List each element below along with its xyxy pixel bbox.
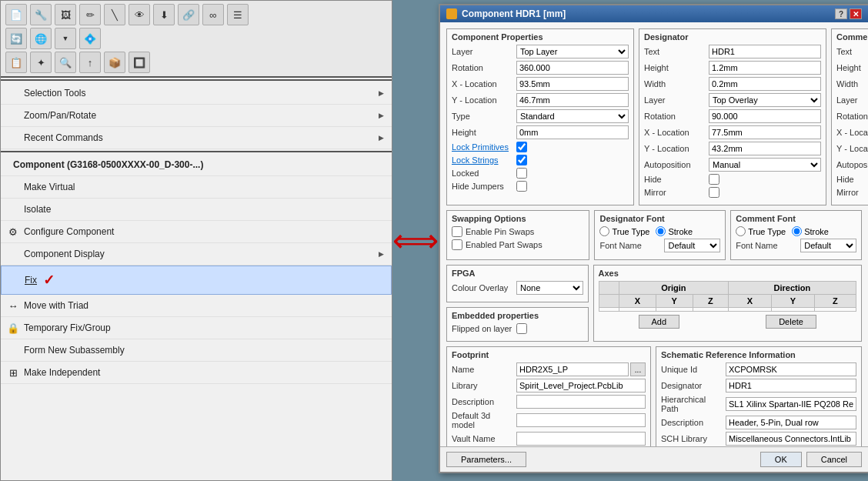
desig-fontname-select[interactable]: Default [664, 239, 720, 252]
fp-library-field: Library [452, 379, 646, 392]
lock-prims-check[interactable] [516, 142, 527, 152]
new-btn[interactable]: 📄 [5, 4, 27, 25]
lock-prims-label[interactable]: Lock Primitives [452, 142, 513, 152]
fp-name-input[interactable] [516, 362, 629, 376]
ok-btn[interactable]: OK [760, 452, 802, 467]
menu-item-configure[interactable]: ⚙ Configure Component [1, 221, 392, 243]
tool-btn-5[interactable]: ╲ [104, 4, 125, 25]
cancel-btn[interactable]: Cancel [806, 452, 862, 467]
hide-jumpers-check[interactable] [516, 181, 527, 192]
desig-mirror-check[interactable] [709, 187, 719, 198]
desig-yloc-input[interactable] [709, 142, 821, 155]
sch-desc-input[interactable] [726, 416, 856, 429]
enable-pin-swaps-check[interactable] [452, 226, 462, 237]
tool-btn-18[interactable]: 📦 [104, 52, 125, 73]
comment-stroke-radio-label[interactable]: Stroke [792, 226, 829, 236]
fp-desc-input[interactable] [516, 395, 646, 409]
tool-btn-16[interactable]: 🔍 [55, 52, 76, 73]
parameters-btn[interactable]: Parameters... [446, 452, 526, 467]
help-button[interactable]: ? [835, 8, 847, 19]
tool-btn-7[interactable]: ⬇ [153, 4, 175, 25]
menu-item-zoom[interactable]: Zoom/Pan/Rotate [1, 105, 392, 127]
desig-autopos-select[interactable]: Manual [709, 158, 821, 172]
locked-check[interactable] [516, 168, 527, 179]
desig-xloc-input[interactable] [709, 125, 821, 139]
tool-btn-11[interactable]: 🔄 [5, 28, 27, 49]
menu-item-temp-fix[interactable]: 🔒 Temporary Fix/Group [1, 317, 392, 339]
comment-truetype-radio[interactable] [736, 226, 746, 236]
comment-fontname-select[interactable]: Default [800, 239, 856, 252]
tool-btn-14[interactable]: 📋 [5, 52, 27, 73]
tool-btn-3[interactable]: 🖼 [55, 4, 76, 25]
comment-truetype-radio-label[interactable]: True Type [736, 226, 786, 236]
axes-cell-3 [693, 308, 728, 312]
fix-checkmark: ✓ [43, 272, 55, 289]
menu-item-fix[interactable]: Fix ✓ [1, 266, 392, 295]
fp-vault-input[interactable] [516, 432, 646, 446]
colour-overlay-field: Colour Overlay None [452, 281, 583, 295]
comp-props-title: Component Properties [452, 32, 629, 42]
lock-strings-label[interactable]: Lock Strings [452, 155, 513, 165]
height-input[interactable] [516, 125, 629, 139]
desig-hide-check[interactable] [709, 174, 719, 185]
tool-btn-4[interactable]: ✏ [79, 4, 101, 25]
sch-desig-input[interactable] [726, 379, 856, 392]
enabled-part-swaps-check[interactable] [452, 239, 462, 250]
tool-btn-6[interactable]: 👁 [129, 4, 150, 25]
menu-item-form-sub[interactable]: Form New Subassembly [1, 339, 392, 362]
toolbar-row-1: 📄 🔧 🖼 ✏ ╲ 👁 ⬇ 🔗 ∞ ☰ [5, 4, 387, 25]
sch-uniqueid-input[interactable] [726, 362, 856, 376]
tool-btn-17[interactable]: ↑ [79, 52, 101, 73]
lock-strings-check[interactable] [516, 155, 527, 165]
fp-browse-btn[interactable]: ... [630, 362, 646, 376]
menu-item-recent[interactable]: Recent Commands [1, 127, 392, 149]
menu-item-isolate[interactable]: Isolate [1, 199, 392, 221]
tool-btn-10[interactable]: ☰ [227, 4, 249, 25]
desig-text-input[interactable] [709, 45, 821, 58]
sch-hierpath-input[interactable] [726, 397, 856, 411]
colour-overlay-select[interactable]: None [516, 281, 583, 295]
rotation-input[interactable] [516, 61, 629, 75]
comment-stroke-radio[interactable] [792, 226, 802, 236]
fp-3d-input[interactable] [516, 413, 646, 427]
toolbar-row-2: 🔄 🌐 ▼ 💠 [5, 28, 387, 49]
tool-btn-8[interactable]: 🔗 [178, 4, 199, 25]
tool-btn-12[interactable]: 🌐 [30, 28, 52, 49]
axes-add-btn[interactable]: Add [639, 315, 680, 329]
fp-vault-label: Vault Name [452, 434, 513, 443]
desig-truetype-radio-label[interactable]: True Type [599, 226, 649, 236]
layer-field: Layer Top Layer [452, 45, 629, 58]
menu-item-make-virtual[interactable]: Make Virtual [1, 176, 392, 199]
tool-btn-12b[interactable]: ▼ [55, 28, 76, 49]
tool-btn-2[interactable]: 🔧 [30, 4, 52, 25]
comment-fontname-label: Font Name [736, 241, 797, 250]
tool-btn-15[interactable]: ✦ [30, 52, 52, 73]
desig-width-input[interactable] [709, 77, 821, 91]
fp-3d-label: Default 3d model [452, 411, 513, 429]
axes-delete-btn[interactable]: Delete [766, 315, 816, 329]
xloc-input[interactable] [516, 77, 629, 91]
menu-item-make-independent[interactable]: ⊞ Make Independent [1, 362, 392, 384]
yloc-input[interactable] [516, 93, 629, 107]
desig-truetype-radio[interactable] [599, 226, 609, 236]
menu-item-display[interactable]: Component Display [1, 243, 392, 266]
fp-library-input[interactable] [516, 379, 646, 392]
desig-rot-input[interactable] [709, 109, 821, 123]
sch-library-input[interactable] [726, 432, 856, 446]
menu-item-selection-tools[interactable]: Selection Tools [1, 82, 392, 105]
close-button[interactable]: ✕ [850, 8, 862, 19]
flipped-on-layer-check[interactable] [516, 323, 527, 334]
enabled-part-swaps-field: Enabled Part Swaps [452, 239, 584, 250]
comment-text-field: Text [836, 45, 868, 58]
type-select[interactable]: Standard [516, 109, 629, 123]
desig-stroke-radio[interactable] [656, 226, 666, 236]
desig-stroke-radio-label[interactable]: Stroke [656, 226, 693, 236]
menu-item-move-triad[interactable]: ↔ Move with Triad [1, 295, 392, 317]
tool-btn-19[interactable]: 🔲 [129, 52, 150, 73]
layer-select[interactable]: Top Layer [516, 45, 629, 58]
desig-layer-select[interactable]: Top Overlay [709, 93, 821, 107]
tool-btn-13[interactable]: 💠 [79, 28, 101, 49]
tool-btn-9[interactable]: ∞ [202, 4, 224, 25]
desig-height-input[interactable] [709, 61, 821, 75]
dialog-footer: Parameters... OK Cancel [440, 446, 868, 472]
